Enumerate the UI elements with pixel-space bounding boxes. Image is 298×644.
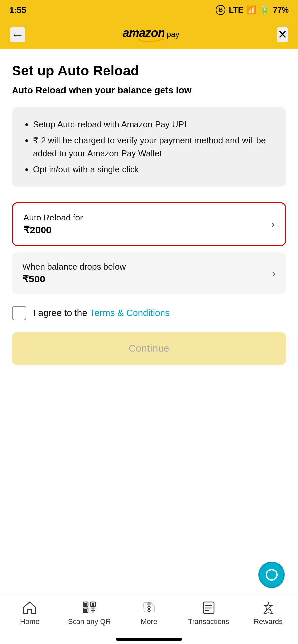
scan-qr-label: Scan any QR — [68, 617, 111, 626]
page-title: Set up Auto Reload — [12, 63, 286, 79]
alexa-fab[interactable] — [258, 562, 285, 588]
battery-percent: 77% — [273, 5, 289, 15]
more-icon — [141, 600, 157, 615]
balance-label: When balance drops below — [22, 262, 126, 272]
balance-card-content: When balance drops below ₹500 — [22, 262, 126, 285]
signal-icon: 📶 — [247, 5, 256, 15]
info-item-3: Opt in/out with a single click — [33, 163, 274, 176]
home-icon — [22, 600, 38, 615]
transactions-icon — [201, 600, 217, 615]
rewards-icon — [260, 600, 276, 615]
home-label: Home — [20, 617, 40, 626]
logo-amazon-text: amazon — [123, 27, 165, 39]
network-type: LTE — [229, 5, 243, 15]
nav-item-scan-qr[interactable]: Scan any QR — [60, 600, 119, 626]
transactions-label: Transactions — [188, 617, 229, 626]
svg-rect-5 — [92, 603, 94, 606]
status-bar: 1:55 B LTE 📶 🔋 77% — [0, 0, 298, 20]
nav-item-rewards[interactable]: Rewards — [238, 600, 298, 626]
nav-item-more[interactable]: More — [119, 600, 179, 626]
auto-reload-value: ₹2000 — [23, 224, 83, 236]
b-icon: B — [216, 5, 225, 15]
status-icons: B LTE 📶 🔋 77% — [216, 5, 289, 15]
svg-point-10 — [148, 603, 150, 605]
info-box: Setup Auto-reload with Amazon Pay UPI ₹ … — [12, 107, 286, 187]
auto-reload-chevron-icon: › — [271, 218, 275, 230]
auto-reload-card-content: Auto Reload for ₹2000 — [23, 213, 83, 236]
svg-rect-6 — [84, 609, 87, 612]
auto-reload-card[interactable]: Auto Reload for ₹2000 › — [12, 202, 286, 246]
terms-label: I agree to the Terms & Conditions — [33, 308, 170, 318]
svg-point-11 — [148, 606, 150, 609]
svg-rect-4 — [84, 603, 87, 606]
scan-icon — [81, 600, 97, 615]
svg-point-12 — [148, 610, 150, 612]
amazon-pay-logo: amazon pay — [123, 27, 180, 42]
page-content: Set up Auto Reload Auto Reload when your… — [0, 49, 298, 378]
balance-value: ₹500 — [22, 273, 126, 285]
alexa-icon — [266, 569, 278, 581]
home-indicator — [116, 638, 182, 641]
nav-item-home[interactable]: Home — [0, 600, 60, 626]
amazon-smile — [138, 38, 164, 42]
info-item-2: ₹ 2 will be charged to verify your payme… — [33, 134, 274, 160]
more-label: More — [141, 617, 157, 626]
logo-pay-text: pay — [167, 30, 180, 39]
terms-row: I agree to the Terms & Conditions — [12, 306, 286, 320]
page-subtitle: Auto Reload when your balance gets low — [12, 85, 286, 96]
back-button[interactable]: ← — [10, 27, 25, 42]
header: ← amazon pay ✕ — [0, 20, 298, 49]
battery-icon: 🔋 — [260, 5, 270, 15]
terms-checkbox[interactable] — [12, 306, 26, 320]
balance-card[interactable]: When balance drops below ₹500 › — [12, 252, 286, 294]
nav-item-transactions[interactable]: Transactions — [179, 600, 238, 626]
status-time: 1:55 — [9, 5, 26, 15]
rewards-label: Rewards — [254, 617, 283, 626]
bottom-nav: Home Scan any QR — [0, 595, 298, 644]
info-list: Setup Auto-reload with Amazon Pay UPI ₹ … — [24, 118, 274, 176]
continue-button[interactable]: Continue — [12, 332, 286, 365]
terms-link[interactable]: Terms & Conditions — [90, 308, 170, 318]
auto-reload-label: Auto Reload for — [23, 213, 83, 223]
close-button[interactable]: ✕ — [277, 27, 288, 42]
info-item-1: Setup Auto-reload with Amazon Pay UPI — [33, 118, 274, 131]
balance-chevron-icon: › — [272, 267, 276, 279]
